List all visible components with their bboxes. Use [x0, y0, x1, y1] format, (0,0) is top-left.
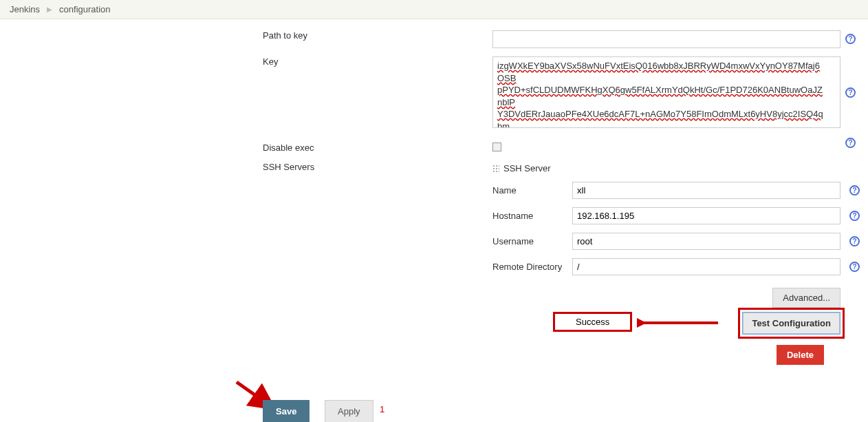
name-input[interactable] [572, 182, 840, 199]
help-icon[interactable]: ? [845, 138, 856, 148]
test-configuration-button[interactable]: Test Configuration [743, 313, 840, 334]
help-icon[interactable]: ? [849, 236, 860, 246]
row-ssh-servers: SSH Servers SSH Server Name ? Hostname ?… [0, 158, 868, 377]
bottom-action-bar: Save Apply 1 [0, 390, 868, 422]
label-hostname: Hostname [492, 211, 572, 221]
row-key: Key izgWXkEY9baXVSx58wNuFVxtEisQ016wbb8x… [0, 52, 868, 130]
chevron-right-icon: ▶ [47, 6, 52, 13]
help-icon[interactable]: ? [849, 211, 860, 221]
username-input[interactable] [572, 233, 840, 250]
help-icon[interactable]: ? [845, 34, 856, 44]
label-name: Name [492, 185, 572, 196]
ssh-server-title: SSH Server [503, 163, 551, 173]
breadcrumb: Jenkins ▶ configuration [0, 0, 868, 19]
row-hostname: Hostname ? [492, 203, 840, 229]
test-config-highlight: Test Configuration [738, 308, 845, 339]
label-disable-exec: Disable exec [263, 143, 490, 153]
help-icon[interactable]: ? [845, 87, 856, 98]
delete-button[interactable]: Delete [777, 345, 824, 365]
key-textarea[interactable]: izgWXkEY9baXVSx58wNuFVxtEisQ016wbb8xJBRR… [492, 56, 840, 128]
arrow-annotation-icon [637, 313, 719, 335]
path-to-key-input[interactable] [492, 30, 840, 48]
label-username: Username [492, 236, 572, 246]
save-button[interactable]: Save [263, 400, 310, 422]
apply-button[interactable]: Apply [325, 400, 373, 422]
test-action-row: Success Test Configuration [492, 308, 840, 345]
label-key: Key [263, 56, 490, 67]
row-name: Name ? [492, 178, 840, 203]
help-icon[interactable]: ? [849, 262, 860, 272]
label-path-to-key: Path to key [263, 30, 490, 41]
delete-row: Delete [492, 345, 840, 372]
status-success: Success [553, 312, 632, 332]
breadcrumb-root[interactable]: Jenkins [10, 4, 40, 14]
breadcrumb-page[interactable]: configuration [59, 4, 110, 14]
row-path-to-key: Path to key ? [0, 26, 868, 52]
row-username: Username ? [492, 229, 840, 254]
remote-dir-input[interactable] [572, 258, 840, 275]
drag-handle-icon[interactable] [492, 165, 499, 173]
label-ssh-servers: SSH Servers [263, 162, 490, 172]
advanced-button[interactable]: Advanced... [772, 288, 840, 308]
row-remote-dir: Remote Directory ? [492, 254, 840, 279]
row-disable-exec: Disable exec ? [0, 130, 868, 158]
ssh-server-header: SSH Server [492, 162, 840, 178]
help-icon[interactable]: ? [849, 185, 860, 196]
hostname-input[interactable] [572, 207, 840, 224]
disable-exec-checkbox[interactable] [492, 143, 501, 151]
annotation-number: 1 [380, 404, 384, 414]
label-remote-dir: Remote Directory [492, 262, 572, 272]
